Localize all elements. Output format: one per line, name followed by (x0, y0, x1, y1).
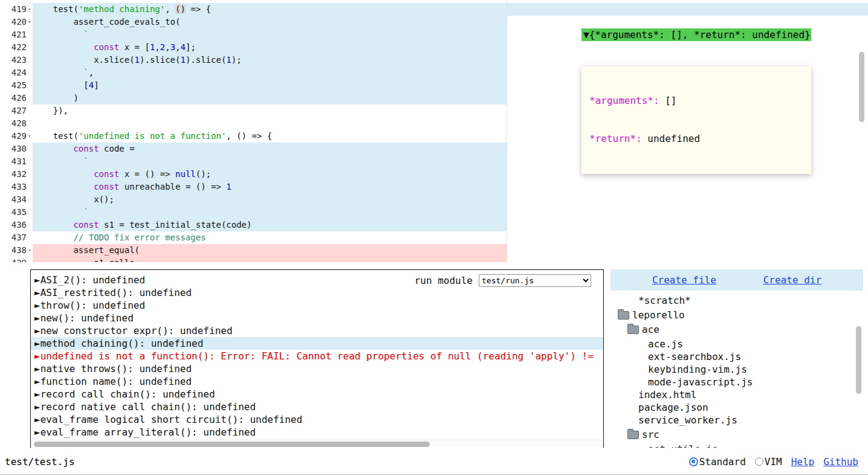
keybinding-option-standard[interactable]: Standard (689, 456, 746, 468)
test-result-row[interactable]: ►eval_frame array_literal(): undefined (31, 426, 603, 439)
tooltip-header[interactable]: ▼{*arguments*: [], *return*: undefined} (581, 28, 811, 41)
line-number: 422 (0, 41, 33, 54)
code-content[interactable]: s1.calls (33, 257, 507, 262)
file-tree-item[interactable]: package.json (611, 401, 863, 414)
line-number: 437 (0, 231, 33, 244)
code-content[interactable]: const x = [1,2,3,4]; (33, 41, 507, 54)
code-token: 4 (89, 80, 94, 90)
code-content[interactable]: ` (33, 206, 507, 219)
code-token: ` (83, 207, 88, 217)
run-module-select[interactable]: test/run.js (479, 274, 591, 287)
file-tree-item[interactable]: service_worker.js (611, 414, 863, 426)
code-content[interactable]: const s1 = test_initial_state(code) (33, 219, 507, 231)
code-content[interactable]: assert_code_evals_to( (33, 16, 507, 28)
code-editor[interactable]: 419▾ test('method chaining', () => {420▾… (0, 0, 868, 262)
code-content[interactable]: test('undefined is not a function', () =… (33, 130, 507, 143)
file-name: ast_utils.js (648, 443, 718, 448)
file-tree-item[interactable]: src (611, 428, 863, 441)
tooltip-return-row[interactable]: *return*: undefined (589, 132, 811, 145)
code-content[interactable]: ) (33, 92, 507, 105)
expand-arrow-icon[interactable]: ► (34, 401, 40, 413)
file-tree-item[interactable]: ast_utils.js (611, 443, 863, 448)
editor-scrollbar-thumb[interactable] (859, 52, 864, 122)
github-link[interactable]: Github (823, 456, 858, 468)
file-tree-item[interactable]: *scratch* (611, 294, 863, 307)
line-number: 435 (0, 206, 33, 219)
help-link[interactable]: Help (791, 456, 815, 468)
code-content[interactable]: x(); (33, 193, 507, 206)
file-tree-item[interactable]: keybinding-vim.js (611, 363, 863, 376)
test-result-row[interactable]: ►ASI_restrited(): undefined (31, 286, 603, 299)
test-result-row[interactable]: ►record call chain(): undefined (31, 388, 603, 400)
code-content[interactable]: // TODO fix error messages (33, 231, 507, 244)
code-token: assert_code_evals_to( (73, 17, 180, 27)
test-result-row[interactable]: ►new constructor expr(): undefined (31, 324, 603, 337)
expand-arrow-icon[interactable]: ► (34, 363, 40, 375)
code-token: code = (99, 144, 135, 153)
code-content[interactable]: x.slice(1).slice(1).slice(1); (33, 54, 507, 66)
expand-arrow-icon[interactable]: ► (34, 325, 40, 336)
test-result-row[interactable]: ►record native call chain(): undefined (31, 400, 603, 413)
fold-arrow-icon[interactable]: ▾ (27, 16, 33, 28)
code-line[interactable]: 438▾ assert_equal( (0, 244, 868, 257)
code-content[interactable]: [4] (33, 79, 507, 92)
test-result-row[interactable]: ►eval_frame logical short circuit(): und… (31, 413, 603, 426)
code-content[interactable]: const code = (33, 143, 507, 155)
file-name: mode-javascript.js (648, 376, 753, 388)
code-content[interactable] (33, 117, 507, 130)
file-tree-item[interactable]: ace.js (611, 338, 863, 350)
files-scrollbar-thumb[interactable] (856, 326, 861, 394)
file-tree-item[interactable]: ace (611, 323, 863, 336)
code-token: 2 (160, 42, 165, 52)
expand-arrow-icon[interactable]: ► (34, 388, 40, 400)
fold-arrow-icon[interactable]: ▾ (27, 244, 33, 257)
code-content[interactable]: ` (33, 155, 507, 168)
expand-arrow-icon[interactable]: ► (34, 376, 40, 387)
console-hscrollbar-thumb[interactable] (34, 442, 430, 447)
tooltip-arguments-row[interactable]: *arguments*: [] (589, 94, 811, 107)
expand-arrow-icon[interactable]: ► (34, 426, 40, 438)
expand-arrow-icon[interactable]: ► (34, 338, 40, 349)
expand-arrow-icon[interactable]: ► (34, 300, 40, 311)
file-tree-item[interactable]: ext-searchbox.js (611, 350, 863, 363)
code-line[interactable]: 435 ` (0, 206, 868, 219)
code-token: 1 (226, 182, 231, 191)
code-content[interactable]: }), (33, 105, 507, 117)
code-content[interactable]: assert_equal( (33, 244, 507, 257)
radio-selected-icon[interactable] (689, 457, 698, 466)
code-token: const (94, 42, 119, 52)
expand-arrow-icon[interactable]: ► (34, 274, 40, 286)
file-tree-item[interactable]: index.html (611, 388, 863, 401)
test-result-row[interactable]: ►throw(): undefined (31, 299, 603, 312)
keybinding-option-vim[interactable]: VIM (755, 456, 782, 468)
file-name: ace.js (648, 338, 683, 350)
test-result-row[interactable]: ►function name(): undefined (31, 375, 603, 388)
expand-arrow-icon[interactable]: ► (34, 414, 40, 425)
code-content[interactable]: ` (33, 28, 507, 41)
code-token: , (165, 42, 170, 52)
fold-arrow-icon[interactable]: ▾ (27, 130, 33, 143)
file-tree-item[interactable]: leporello (611, 309, 863, 321)
console-hscrollbar[interactable] (31, 440, 603, 448)
create-file-button[interactable]: Create file (652, 274, 716, 286)
test-result-row[interactable]: ►undefined is not a function(): Error: F… (31, 350, 603, 362)
test-result-row[interactable]: ►native throws(): undefined (31, 362, 603, 375)
code-content[interactable]: const x = () => null(); (33, 168, 507, 181)
code-token: (); (196, 169, 211, 179)
test-result-row[interactable]: ►new(): undefined (31, 312, 603, 324)
code-line[interactable]: 437 // TODO fix error messages (0, 231, 868, 244)
create-dir-button[interactable]: Create dir (763, 274, 821, 286)
expand-arrow-icon[interactable]: ► (34, 312, 40, 324)
code-content[interactable]: `, (33, 66, 507, 79)
code-content[interactable]: test('method chaining', () => { (33, 3, 507, 16)
file-tree-item[interactable]: mode-javascript.js (611, 376, 863, 388)
expand-arrow-icon[interactable]: ► (34, 350, 40, 362)
code-line[interactable]: 439 s1.calls (0, 257, 868, 262)
test-result-row[interactable]: ►method chaining(): undefined (31, 337, 603, 350)
fold-arrow-icon[interactable]: ▾ (27, 3, 33, 16)
code-token: ); (232, 55, 242, 65)
code-line[interactable]: 436 const s1 = test_initial_state(code) (0, 219, 868, 231)
code-content[interactable]: const unreachable = () => 1 (33, 181, 507, 193)
radio-unselected-icon[interactable] (755, 457, 763, 466)
expand-arrow-icon[interactable]: ► (34, 287, 40, 298)
